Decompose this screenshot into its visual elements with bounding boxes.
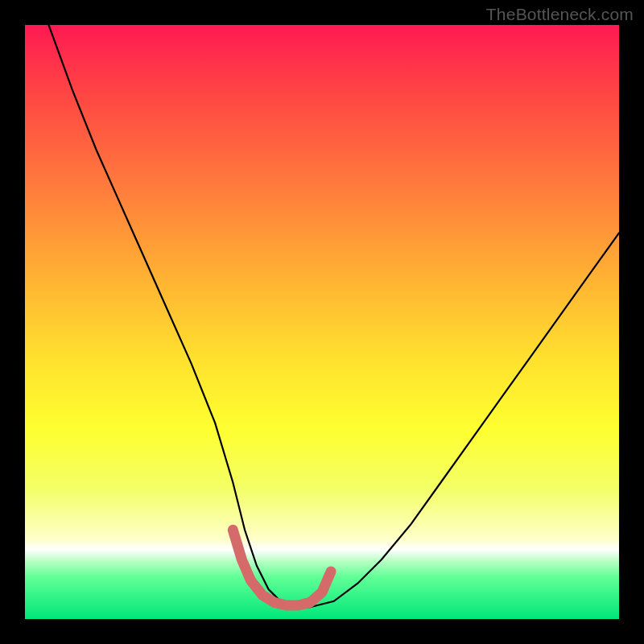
bottleneck-curve: [49, 25, 619, 607]
chart-frame: TheBottleneck.com: [0, 0, 644, 644]
plot-area: [25, 25, 619, 619]
watermark-text: TheBottleneck.com: [486, 5, 634, 24]
optimal-zone-overlay: [233, 530, 331, 605]
curve-svg: [25, 25, 619, 619]
